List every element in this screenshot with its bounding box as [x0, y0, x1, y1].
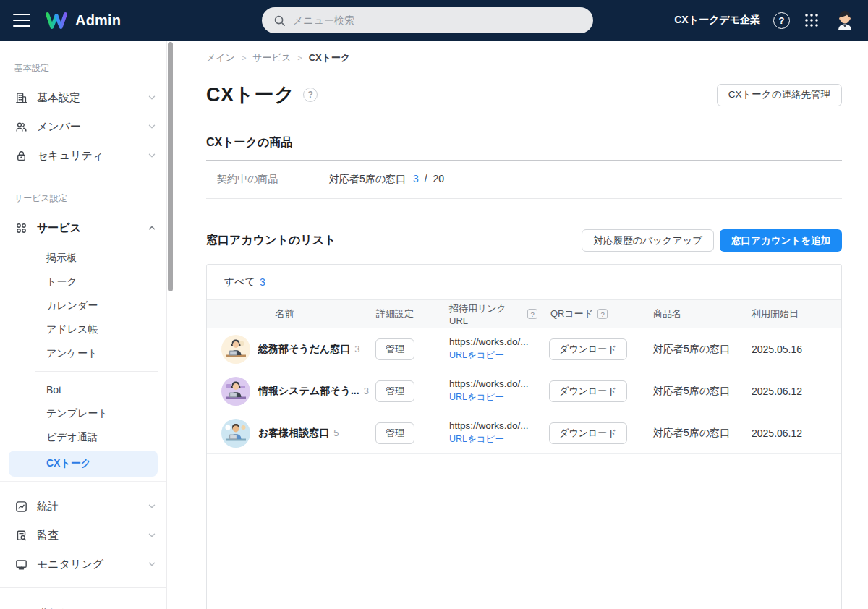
- user-avatar[interactable]: [833, 9, 856, 32]
- qr-download-button[interactable]: ダウンロード: [549, 338, 627, 360]
- works-logo-icon: [45, 11, 68, 30]
- accounts-table: すべて 3 名前 詳細設定 招待用リンクURL ? QRコード ? 商品名 利用…: [206, 264, 842, 609]
- copy-url-link[interactable]: URLをコピー: [449, 349, 504, 362]
- sidebar-item-billing[interactable]: 購入/請求: [0, 600, 166, 609]
- lock-icon: [14, 149, 28, 163]
- chevron-down-icon: [148, 560, 156, 568]
- building-icon: [14, 91, 28, 105]
- manage-button[interactable]: 管理: [375, 338, 414, 360]
- sidebar-subitem-talk[interactable]: トーク: [0, 270, 166, 294]
- sidebar-section-service-label: サービス設定: [0, 192, 166, 205]
- members-icon: [14, 120, 28, 134]
- help-icon[interactable]: ?: [773, 12, 790, 29]
- contract-product-label: 契約中の商品: [217, 173, 329, 186]
- chevron-down-icon: [148, 93, 156, 102]
- total-count: 20: [433, 173, 444, 184]
- product-section-heading: CXトークの商品: [206, 135, 842, 150]
- table-row: 情報システム部そう... 3 管理 https://works.do/... U…: [207, 370, 841, 412]
- copy-url-link[interactable]: URLをコピー: [449, 433, 504, 446]
- manage-button[interactable]: 管理: [375, 422, 414, 444]
- start-date: 2025.06.12: [746, 386, 841, 397]
- sidebar-subitem-calendar[interactable]: カレンダー: [0, 294, 166, 318]
- invite-url: https://works.do/...: [449, 378, 537, 389]
- column-name: 名前: [207, 307, 362, 320]
- sidebar-section-basic-label: 基本設定: [0, 62, 166, 74]
- add-account-button[interactable]: 窓口アカウントを追加: [720, 229, 842, 252]
- table-row: 総務部そうだん窓口 3 管理 https://works.do/... URLを…: [207, 328, 841, 370]
- column-qr-code: QRコード ?: [537, 307, 646, 320]
- breadcrumb-item-services[interactable]: サービス: [252, 51, 291, 64]
- divider: [0, 176, 166, 176]
- sidebar-subitem-template[interactable]: テンプレート: [0, 401, 166, 425]
- sidebar-item-monitoring[interactable]: モニタリング: [0, 550, 166, 579]
- sidebar-item-audit[interactable]: 監査: [0, 521, 166, 550]
- filter-all-count[interactable]: 3: [260, 276, 265, 288]
- column-product: 商品名: [646, 307, 746, 320]
- divider: [206, 198, 842, 199]
- brand[interactable]: Admin: [45, 11, 121, 30]
- sidebar-item-statistics[interactable]: 統計: [0, 492, 166, 521]
- sidebar-subitem-survey[interactable]: アンケート: [0, 341, 166, 365]
- sidebar-scrollbar[interactable]: [168, 42, 173, 291]
- product-name: 対応者5席の窓口: [646, 427, 746, 440]
- sidebar-subitem-board[interactable]: 掲示板: [0, 246, 166, 270]
- sidebar-item-members[interactable]: メンバー: [0, 112, 166, 141]
- sidebar-subitem-cx-talk[interactable]: CXトーク: [9, 451, 158, 477]
- sidebar-item-label: サービス: [37, 221, 148, 235]
- sidebar-item-label: メンバー: [37, 120, 148, 134]
- column-settings: 詳細設定: [362, 307, 427, 320]
- main-content: メイン > サービス > CXトーク CXトーク ? CXトークの連絡先管理 C…: [206, 41, 842, 609]
- sidebar-subitem-contacts[interactable]: アドレス帳: [0, 318, 166, 341]
- sidebar-item-label: 統計: [37, 500, 148, 514]
- manage-button[interactable]: 管理: [375, 380, 414, 402]
- breadcrumb-item-cx-talk: CXトーク: [309, 51, 351, 64]
- contract-product-value: 対応者5席の窓口 3 / 20: [329, 173, 444, 186]
- page-title: CXトーク: [206, 82, 294, 108]
- column-start-date: 利用開始日: [746, 307, 841, 320]
- divider: [0, 587, 166, 588]
- column-invite-url: 招待用リンクURL ?: [427, 302, 537, 326]
- invite-url-help-icon[interactable]: ?: [527, 309, 537, 319]
- breadcrumb: メイン > サービス > CXトーク: [206, 51, 842, 64]
- start-date: 2025.05.16: [746, 344, 841, 355]
- account-name: 情報システム部そう...: [258, 385, 359, 398]
- product-name: 対応者5席の窓口: [646, 385, 746, 398]
- sidebar-item-security[interactable]: セキュリティ: [0, 141, 166, 170]
- sidebar-item-basic-settings[interactable]: 基本設定: [0, 83, 166, 112]
- search-icon: [273, 14, 286, 27]
- breadcrumb-separator: >: [242, 54, 246, 62]
- invite-url: https://works.do/...: [449, 420, 537, 431]
- breadcrumb-item-main[interactable]: メイン: [206, 51, 235, 64]
- monitoring-icon: [14, 558, 28, 571]
- title-help-icon[interactable]: ?: [303, 88, 318, 102]
- app-title: Admin: [75, 12, 121, 29]
- account-avatar: [221, 335, 250, 364]
- account-name: 総務部そうだん窓口: [258, 343, 350, 356]
- apps-grid-icon[interactable]: [803, 12, 820, 29]
- menu-search[interactable]: [262, 7, 593, 33]
- sidebar-subitem-video-call[interactable]: ビデオ通話: [0, 425, 166, 449]
- divider: [0, 481, 166, 482]
- filter-all-label: すべて: [224, 276, 255, 289]
- account-avatar: [221, 419, 250, 448]
- start-date: 2025.06.12: [746, 427, 841, 439]
- stats-icon: [14, 500, 28, 514]
- contact-management-button[interactable]: CXトークの連絡先管理: [717, 84, 842, 106]
- qr-code-help-icon[interactable]: ?: [597, 309, 608, 319]
- qr-download-button[interactable]: ダウンロード: [549, 380, 627, 402]
- sidebar-subitem-bot[interactable]: Bot: [0, 378, 166, 401]
- account-member-count: 3: [354, 344, 359, 354]
- chevron-up-icon: [148, 223, 156, 232]
- table-row: お客様相談窓口 5 管理 https://works.do/... URLをコピ…: [207, 412, 841, 454]
- sidebar-item-services[interactable]: サービス: [0, 213, 166, 242]
- history-backup-button[interactable]: 対応履歴のバックアップ: [582, 229, 714, 252]
- copy-url-link[interactable]: URLをコピー: [449, 391, 504, 404]
- menu-icon[interactable]: [13, 14, 30, 27]
- divider: [35, 371, 158, 372]
- chevron-down-icon: [148, 531, 156, 540]
- sidebar-item-label: モニタリング: [37, 558, 148, 571]
- services-grid-icon: [14, 221, 28, 235]
- qr-download-button[interactable]: ダウンロード: [549, 422, 627, 444]
- account-avatar: [221, 377, 250, 406]
- search-input[interactable]: [293, 14, 582, 26]
